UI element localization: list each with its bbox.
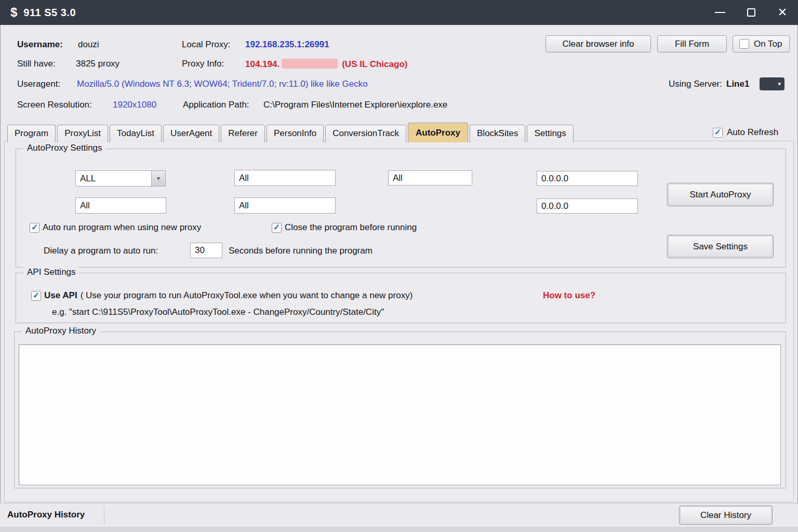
window-title: 911 S5 3.0 [23, 7, 76, 19]
delay-label: Dielay a program to auto run: [44, 246, 158, 256]
clear-browser-info-button[interactable]: Clear browser info [546, 35, 651, 52]
start-autoproxy-button[interactable]: Start AutoProxy [667, 183, 774, 206]
useragent-value: Mozilla/5.0 (Windows NT 6.3; WOW64; Trid… [77, 79, 368, 89]
tab-proxylist[interactable]: ProxyList [57, 125, 108, 142]
auto-run-toggle[interactable]: ✓ Auto run program when using new proxy [30, 222, 201, 233]
close-icon: ✕ [778, 7, 787, 18]
clear-history-button[interactable]: Clear History [679, 506, 773, 525]
isp-input[interactable] [75, 197, 166, 214]
local-proxy-value: 192.168.235.1:26991 [245, 39, 329, 50]
status-text: AutoProxy History [7, 510, 85, 520]
check-icon: ✓ [273, 223, 280, 232]
close-program-checkbox[interactable]: ✓ [272, 223, 282, 233]
proxy-location: (US IL Chicago) [342, 59, 407, 69]
tab-conversiontrack[interactable]: ConversionTrack [325, 125, 406, 142]
tab-referer[interactable]: Referer [221, 125, 265, 142]
redacted-ip-block [282, 59, 338, 69]
minimize-icon [715, 12, 725, 13]
auto-refresh-checkbox[interactable]: ✓ [713, 128, 723, 138]
tab-autoproxy[interactable]: AutoProxy [408, 123, 468, 142]
autoproxy-history-title: AutoProxy History [22, 326, 100, 336]
still-have-value: 3825 proxy [76, 59, 119, 69]
use-api-label: Use API [44, 290, 77, 301]
auto-run-checkbox[interactable]: ✓ [30, 223, 39, 233]
on-top-toggle[interactable]: ✓ On Top [733, 35, 790, 52]
api-settings-title: API Settings [23, 267, 79, 277]
on-top-checkbox[interactable]: ✓ [739, 39, 749, 49]
close-program-toggle[interactable]: ✓ Close the program before running [272, 222, 417, 233]
useragent-label: Useragent: [17, 79, 60, 89]
check-icon: ✓ [714, 128, 721, 137]
maximize-button[interactable] [736, 0, 767, 25]
on-top-label: On Top [754, 39, 782, 49]
autoproxy-history-list[interactable] [19, 344, 781, 485]
country-select[interactable]: ALL ▼ [75, 170, 166, 187]
use-api-hint: ( Use your program to run AutoProxyTool.… [81, 290, 413, 301]
chevron-down-icon: ▾ [778, 81, 781, 87]
proxy-info-label: Proxy Info: [182, 59, 224, 69]
zip-input[interactable] [234, 197, 336, 214]
tab-settings[interactable]: Settings [527, 125, 573, 142]
server-select-dropdown[interactable]: ▾ [760, 77, 784, 90]
auto-refresh-label: Auto Refresh [727, 127, 778, 138]
close-button[interactable]: ✕ [767, 0, 798, 25]
minimize-button[interactable] [704, 0, 736, 25]
use-api-checkbox[interactable]: ✓ [31, 291, 41, 301]
tab-program[interactable]: Program [7, 125, 56, 142]
autoproxy-settings-title: AutoProxy Settings [23, 143, 106, 153]
tab-todaylist[interactable]: TodayList [110, 125, 162, 142]
still-have-label: Still have: [17, 59, 56, 69]
proxy-info-value: 104.194.(US IL Chicago) [245, 59, 407, 70]
local-proxy-label: Local Proxy: [182, 39, 231, 50]
window-controls: ✕ [704, 0, 798, 25]
api-example-text: e.g. "start C:\911S5\ProxyTool\AutoProxy… [52, 307, 384, 317]
auto-run-label: Auto run program when using new proxy [43, 222, 201, 233]
screen-resolution-label: Screen Resolution: [17, 100, 92, 110]
titlebar: $ 911 S5 3.0 ✕ [0, 0, 798, 25]
tab-blocksites[interactable]: BlockSites [470, 125, 525, 142]
tab-useragent[interactable]: UserAgent [163, 125, 219, 142]
state-input[interactable] [234, 170, 336, 186]
tab-bar: ProgramProxyListTodayListUserAgentRefere… [7, 123, 575, 142]
country-dropdown-button[interactable]: ▼ [151, 171, 165, 186]
using-server-value: Line1 [726, 79, 749, 89]
screen-resolution-value: 1920x1080 [113, 100, 156, 110]
fill-form-button[interactable]: Fill Form [657, 35, 727, 52]
city-input[interactable] [388, 170, 472, 185]
status-divider [104, 506, 104, 525]
dollar-icon: $ [10, 5, 17, 20]
application-path-label: Application Path: [183, 100, 249, 110]
close-program-label: Close the program before running [285, 222, 417, 233]
endip-input[interactable] [537, 198, 638, 214]
username-label: Username: [17, 39, 63, 50]
dropdown-arrow-icon: ▼ [156, 176, 161, 181]
country-value: ALL [76, 171, 151, 186]
using-server-label: Using Server: [669, 79, 722, 89]
how-to-use-link[interactable]: How to use? [543, 290, 595, 301]
delay-seconds-input[interactable] [190, 243, 222, 258]
status-bar: AutoProxy History Clear History [0, 503, 798, 527]
maximize-icon [747, 8, 755, 17]
delay-suffix-label: Seconds before running the program [229, 246, 373, 256]
proxy-ip-prefix: 104.194. [245, 59, 280, 69]
save-settings-button[interactable]: Save Settings [667, 235, 774, 258]
use-api-toggle[interactable]: ✓ Use API ( Use your program to run Auto… [31, 290, 413, 301]
application-path-value: C:\Program Files\Internet Explorer\iexpl… [263, 100, 447, 110]
check-icon: ✓ [33, 291, 39, 300]
window-bottom-edge [0, 527, 798, 532]
startip-input[interactable] [537, 171, 638, 186]
check-icon: ✓ [31, 223, 38, 232]
username-value: douzi [78, 39, 99, 50]
tab-personinfo[interactable]: PersonInfo [267, 125, 324, 142]
auto-refresh-toggle[interactable]: ✓ Auto Refresh [713, 127, 778, 138]
